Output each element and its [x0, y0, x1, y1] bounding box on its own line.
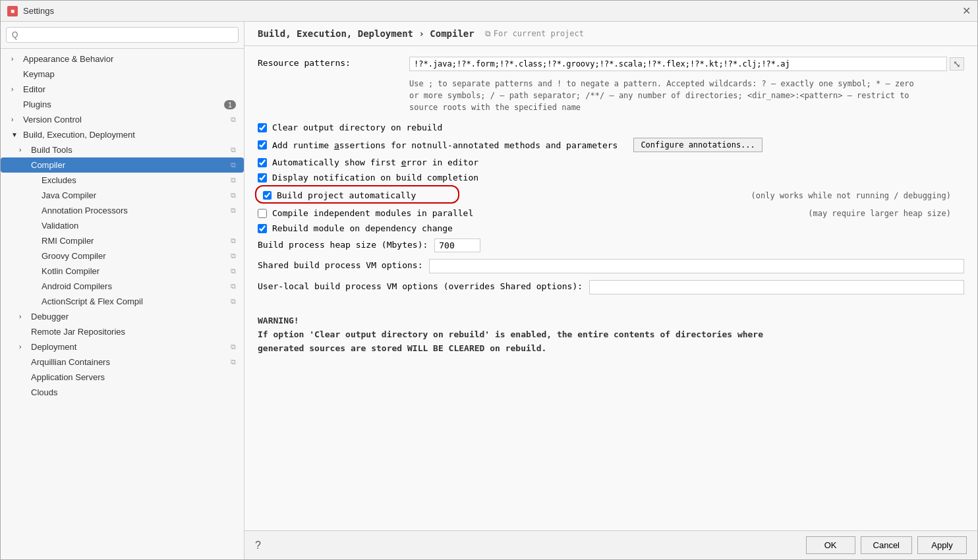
sidebar-item-rmi-compiler[interactable]: RMI Compiler ⧉ [1, 233, 244, 248]
close-button[interactable]: ✕ [962, 5, 971, 17]
clear-output-checkbox[interactable] [258, 123, 267, 132]
sidebar-item-label: Deployment [31, 342, 76, 352]
window-title: Settings [23, 6, 54, 16]
sidebar-item-label: Kotlin Compiler [42, 266, 100, 276]
heap-input[interactable] [434, 238, 480, 252]
sidebar-item-debugger[interactable]: › Debugger [1, 309, 244, 324]
for-project-label: ⧉For current project [485, 29, 584, 38]
sidebar-item-label: Annotation Processors [42, 206, 128, 215]
sidebar-item-label: Excludes [42, 175, 76, 185]
sidebar-item-java-compiler[interactable]: Java Compiler ⧉ [1, 188, 244, 203]
build-auto-checkbox[interactable] [263, 191, 272, 200]
copy-icon: ⧉ [231, 237, 236, 245]
warning-box: WARNING! If option 'Clear output directo… [258, 314, 964, 355]
add-runtime-checkbox[interactable] [258, 140, 267, 150]
sidebar-item-version-control[interactable]: › Version Control ⧉ [1, 112, 244, 127]
sidebar-item-label: Groovy Compiler [42, 251, 106, 261]
sidebar-item-arquillian[interactable]: Arquillian Containers ⧉ [1, 354, 244, 370]
arrow-icon: › [19, 343, 27, 350]
sidebar-item-app-servers[interactable]: Application Servers [1, 370, 244, 385]
warning-title: WARNING! [258, 314, 964, 328]
display-notification-checkbox[interactable] [258, 173, 267, 182]
rebuild-module-checkbox[interactable] [258, 224, 267, 233]
arrow-icon: › [19, 313, 27, 320]
sidebar-item-validation[interactable]: Validation [1, 218, 244, 233]
user-vm-row: User-local build process VM options (ove… [258, 280, 964, 294]
sidebar-item-build-tools[interactable]: › Build Tools ⧉ [1, 142, 244, 157]
add-runtime-label: Add runtime assertions for notnull-annot… [272, 140, 618, 150]
sidebar-item-clouds[interactable]: Clouds [1, 385, 244, 400]
sidebar-item-label: Validation [42, 221, 78, 231]
help-button[interactable]: ? [255, 540, 261, 551]
heap-label: Build process heap size (Mbytes): [258, 238, 428, 250]
sidebar-item-label: Clouds [31, 387, 57, 397]
sidebar-item-actionscript[interactable]: ActionScript & Flex Compil ⧉ [1, 294, 244, 309]
resource-patterns-input[interactable] [409, 57, 947, 71]
sidebar-item-build-execution[interactable]: ▼ Build, Execution, Deployment [1, 127, 244, 142]
sidebar-item-compiler[interactable]: Compiler ⧉ [1, 157, 244, 173]
content-header: Build, Execution, Deployment › Compiler … [244, 22, 977, 46]
compile-parallel-label: Compile independent modules in parallel [272, 208, 473, 218]
sidebar-item-editor[interactable]: › Editor [1, 82, 244, 97]
sidebar-item-label: Android Compilers [42, 281, 112, 291]
compile-parallel-checkbox[interactable] [258, 209, 267, 218]
sidebar-item-label: Build Tools [31, 145, 72, 155]
breadcrumb: Build, Execution, Deployment › Compiler [258, 28, 475, 39]
apply-button[interactable]: Apply [917, 536, 967, 554]
sidebar-item-appearance[interactable]: › Appearance & Behavior [1, 51, 244, 67]
shared-vm-input[interactable] [429, 259, 964, 273]
copy-icon: ⧉ [231, 115, 236, 124]
ok-button[interactable]: OK [806, 536, 855, 554]
arrow-icon: ▼ [11, 131, 19, 138]
sidebar-item-remote-jar[interactable]: Remote Jar Repositories [1, 324, 244, 339]
clear-output-label: Clear output directory on rebuild [272, 123, 442, 132]
sidebar-item-label: Appearance & Behavior [23, 54, 113, 64]
sidebar-item-label: Arquillian Containers [31, 357, 110, 367]
sidebar-item-annotation-processors[interactable]: Annotation Processors ⧉ [1, 203, 244, 218]
copy-icon: ⧉ [231, 206, 236, 215]
sidebar-list: › Appearance & Behavior Keymap › Editor … [1, 49, 244, 559]
display-notification-label: Display notification on build completion [272, 173, 478, 182]
resource-patterns-row: Resource patterns: ⤡ [258, 57, 964, 71]
sidebar-item-label: Java Compiler [42, 190, 96, 200]
configure-annotations-button[interactable]: Configure annotations... [633, 138, 762, 152]
sidebar-item-android-compilers[interactable]: Android Compilers ⧉ [1, 279, 244, 294]
search-box [1, 22, 244, 49]
shared-vm-row: Shared build process VM options: [258, 259, 964, 273]
sidebar-item-label: Plugins [23, 99, 51, 109]
auto-show-error-checkbox[interactable] [258, 158, 267, 167]
copy-icon: ⧉ [231, 191, 236, 200]
sidebar-item-label: Remote Jar Repositories [31, 327, 125, 337]
main-content: Build, Execution, Deployment › Compiler … [244, 22, 977, 559]
display-notification-row: Display notification on build completion [258, 173, 964, 182]
user-vm-input[interactable] [589, 280, 964, 294]
plugins-badge: 1 [224, 100, 236, 109]
help-icon: ? [255, 540, 261, 551]
sidebar-item-excludes[interactable]: Excludes ⧉ [1, 173, 244, 188]
rebuild-module-row: Rebuild module on dependency change [258, 223, 964, 233]
footer: ? OK Cancel Apply [244, 530, 977, 559]
expand-icon[interactable]: ⤡ [950, 57, 964, 70]
settings-window: ■ Settings ✕ › Appearance & Behavior Key… [0, 0, 978, 560]
arrow-icon: › [11, 86, 19, 93]
sidebar-item-keymap[interactable]: Keymap [1, 67, 244, 82]
sidebar-item-deployment[interactable]: › Deployment ⧉ [1, 339, 244, 354]
sidebar-item-groovy-compiler[interactable]: Groovy Compiler ⧉ [1, 248, 244, 264]
compile-parallel-note: (may require larger heap size) [808, 209, 964, 218]
sidebar-item-kotlin-compiler[interactable]: Kotlin Compiler ⧉ [1, 264, 244, 279]
cancel-button[interactable]: Cancel [861, 536, 912, 554]
copy-icon: ⧉ [231, 282, 236, 291]
compile-parallel-row: Compile independent modules in parallel … [258, 208, 964, 218]
footer-buttons: OK Cancel Apply [806, 536, 967, 554]
copy-icon: ⧉ [231, 161, 236, 169]
sidebar-item-label: Compiler [31, 160, 65, 170]
search-input[interactable] [6, 27, 239, 43]
content-body: Resource patterns: ⤡ Use ; to separate p… [244, 46, 977, 530]
build-auto-row: Build project automatically (only works … [258, 188, 964, 203]
arrow-icon: › [11, 55, 19, 63]
sidebar-item-label: Editor [23, 84, 45, 94]
sidebar-item-plugins[interactable]: Plugins 1 [1, 97, 244, 112]
sidebar-item-label: ActionScript & Flex Compil [42, 296, 143, 306]
resource-patterns-label: Resource patterns: [258, 57, 403, 68]
build-auto-note: (only works while not running / debuggin… [751, 191, 964, 200]
